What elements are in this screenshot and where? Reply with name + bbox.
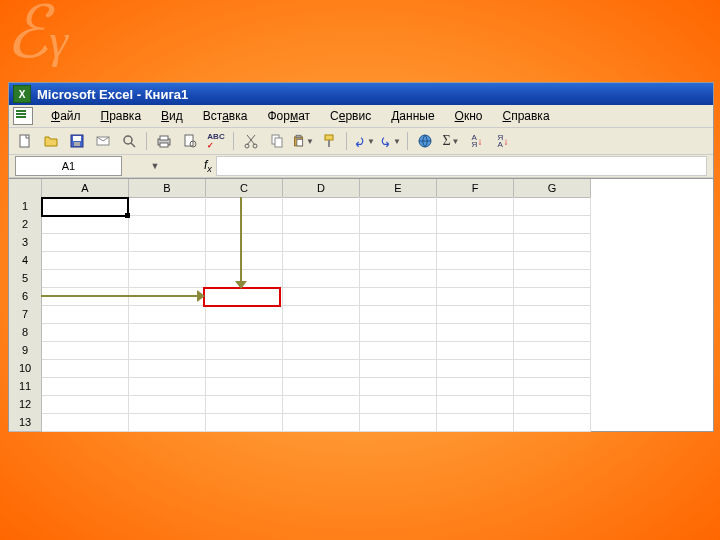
col-header-D[interactable]: D [283,179,360,198]
formula-input[interactable] [216,156,707,176]
cell[interactable] [129,233,206,252]
cell[interactable] [42,215,129,234]
col-header-E[interactable]: E [360,179,437,198]
cell[interactable] [129,323,206,342]
cell[interactable] [437,377,514,396]
cell[interactable] [206,305,283,324]
hyperlink-button[interactable] [413,129,437,153]
cell[interactable] [360,305,437,324]
row-header-3[interactable]: 3 [9,233,42,252]
row-header-4[interactable]: 4 [9,251,42,270]
open-button[interactable] [39,129,63,153]
search-button[interactable] [117,129,141,153]
cell[interactable] [42,341,129,360]
paste-button[interactable]: ▼ [291,129,315,153]
cell[interactable] [206,233,283,252]
cell[interactable] [129,305,206,324]
spelling-button[interactable]: ABC✓ [204,129,228,153]
cell[interactable] [42,233,129,252]
cell[interactable] [283,395,360,414]
cell[interactable] [514,341,591,360]
cell[interactable] [514,251,591,270]
cell[interactable] [129,197,206,216]
cell[interactable] [360,215,437,234]
cell[interactable] [283,377,360,396]
cell[interactable] [129,287,206,306]
row-header-7[interactable]: 7 [9,305,42,324]
cell[interactable] [283,197,360,216]
col-header-F[interactable]: F [437,179,514,198]
row-header-11[interactable]: 11 [9,377,42,396]
cut-button[interactable] [239,129,263,153]
cell[interactable] [360,377,437,396]
cell[interactable] [42,323,129,342]
cell[interactable] [437,197,514,216]
mail-button[interactable] [91,129,115,153]
cell[interactable] [129,359,206,378]
sort-desc-button[interactable]: ЯA↓ [491,129,515,153]
cell[interactable] [437,215,514,234]
col-header-B[interactable]: B [129,179,206,198]
cell[interactable] [437,287,514,306]
cell[interactable] [360,269,437,288]
row-header-2[interactable]: 2 [9,215,42,234]
row-header-1[interactable]: 1 [9,197,42,216]
cell[interactable] [42,269,129,288]
row-header-12[interactable]: 12 [9,395,42,414]
cell[interactable] [360,395,437,414]
sort-asc-button[interactable]: AЯ↓ [465,129,489,153]
cell[interactable] [437,341,514,360]
menu-format[interactable]: Формат [257,107,320,125]
cell[interactable] [514,359,591,378]
col-header-C[interactable]: C [206,179,283,198]
cell[interactable] [514,377,591,396]
cell[interactable] [514,197,591,216]
cell[interactable] [360,413,437,432]
cell[interactable] [437,251,514,270]
menu-view[interactable]: Вид [151,107,193,125]
cell[interactable] [206,341,283,360]
cell[interactable] [42,251,129,270]
cell[interactable] [283,341,360,360]
copy-button[interactable] [265,129,289,153]
cell[interactable] [360,359,437,378]
cell[interactable] [206,251,283,270]
cell[interactable] [129,215,206,234]
cell[interactable] [514,287,591,306]
save-button[interactable] [65,129,89,153]
menu-insert[interactable]: Вставка [193,107,258,125]
col-header-G[interactable]: G [514,179,591,198]
cell[interactable] [206,287,283,306]
autosum-button[interactable]: Σ▼ [439,129,463,153]
cell[interactable] [437,233,514,252]
cell[interactable] [514,305,591,324]
cell[interactable] [514,233,591,252]
cell[interactable] [42,197,129,216]
cell[interactable] [206,413,283,432]
dropdown-icon[interactable]: ▼ [452,137,460,146]
cell[interactable] [129,395,206,414]
row-header-13[interactable]: 13 [9,413,42,432]
cell[interactable] [42,287,129,306]
cell[interactable] [437,305,514,324]
cell[interactable] [360,251,437,270]
row-header-10[interactable]: 10 [9,359,42,378]
cell[interactable] [129,251,206,270]
cell[interactable] [42,359,129,378]
print-preview-button[interactable] [178,129,202,153]
row-header-5[interactable]: 5 [9,269,42,288]
cell[interactable] [129,377,206,396]
cell[interactable] [42,413,129,432]
cell[interactable] [360,341,437,360]
cell[interactable] [283,413,360,432]
cell[interactable] [206,197,283,216]
cell[interactable] [514,395,591,414]
redo-button[interactable]: ▼ [378,129,402,153]
name-box-dropdown[interactable]: ▼ [146,157,164,175]
cell[interactable] [206,377,283,396]
cell[interactable] [514,323,591,342]
cell[interactable] [283,233,360,252]
cell[interactable] [283,305,360,324]
cell[interactable] [283,215,360,234]
cell[interactable] [42,305,129,324]
